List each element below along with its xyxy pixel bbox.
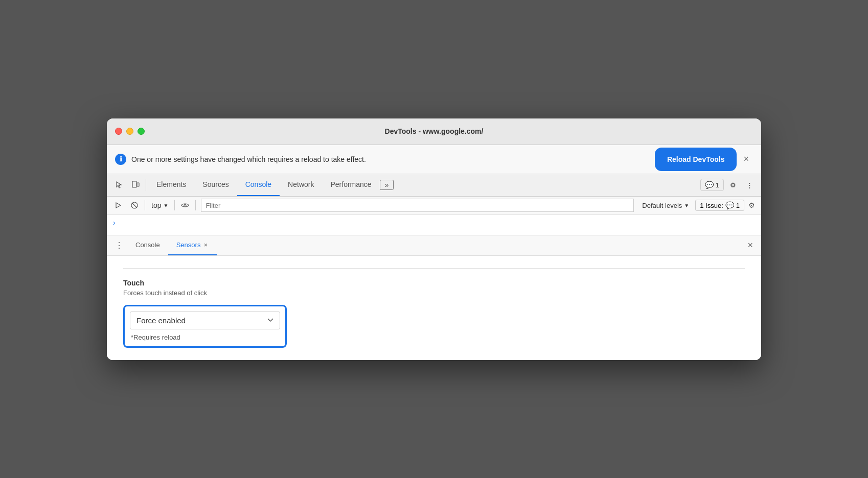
console-prompt-icon: › [113,219,116,227]
settings-icon: ⚙ [730,181,736,189]
eye-icon [181,201,189,209]
device-icon [131,181,140,189]
toolbar-divider-1 [146,179,146,191]
window-title: DevTools - www.google.com/ [385,127,484,135]
svg-line-4 [132,203,137,208]
devtools-window: DevTools - www.google.com/ ℹ One or more… [107,118,761,360]
tab-sources[interactable]: Sources [194,174,237,196]
console-settings-button[interactable]: ⚙ [746,199,757,211]
device-toolbar-button[interactable] [127,178,144,192]
clear-console-button[interactable] [127,199,142,211]
tab-console-bottom[interactable]: Console [127,235,168,255]
chevron-down-icon: ▼ [163,203,168,208]
play-icon [114,201,122,209]
console-divider-2 [174,200,175,210]
touch-section-desc: Forces touch instead of click [123,289,745,297]
notification-bar: ℹ One or more settings have changed whic… [107,145,761,174]
cursor-icon [115,181,123,189]
svg-point-5 [184,204,186,206]
bottom-panel: ⋮ Console Sensors × × Touch Forces touch… [107,235,761,360]
reload-devtools-button[interactable]: Reload DevTools [657,150,735,169]
close-bottom-panel-button[interactable]: × [743,238,757,253]
sensors-divider [123,268,745,269]
maximize-button[interactable] [138,128,145,135]
filter-input[interactable] [201,199,634,212]
tab-console[interactable]: Console [237,174,280,196]
console-log-area: › [107,215,761,235]
chevron-down-icon-levels: ▼ [684,203,689,208]
more-tabs-button[interactable]: » [380,180,394,190]
svg-marker-2 [116,203,121,208]
main-toolbar: Elements Sources Console Network Perform… [107,174,761,197]
touch-section-label: Touch [123,279,745,287]
tab-sensors[interactable]: Sensors × [168,235,217,255]
close-button[interactable] [115,128,122,135]
sensors-content: Touch Forces touch instead of click Forc… [107,256,761,360]
notification-close-button[interactable]: × [739,152,753,166]
traffic-lights [115,128,145,135]
issues-chat-icon: 💬 [725,201,734,209]
block-icon [130,201,139,209]
svg-rect-1 [137,183,139,186]
toolbar-right: 💬 1 ⚙ ⋮ [700,178,757,192]
requires-reload-text: *Requires reload [130,333,280,341]
gear-icon: ⚙ [748,201,755,209]
context-selector[interactable]: top ▼ [148,199,171,211]
svg-rect-0 [132,181,136,187]
notification-message: One or more settings have changed which … [131,155,652,163]
eye-button[interactable] [178,199,192,211]
console-divider-3 [195,200,196,210]
default-levels-button[interactable]: Default levels ▼ [638,200,693,211]
tab-elements[interactable]: Elements [148,174,194,196]
touch-dropdown-wrapper: Force enabled None Force disabled *Requi… [123,305,287,348]
info-icon: ℹ [115,154,126,165]
chat-icon: 💬 [705,181,714,189]
settings-button[interactable]: ⚙ [726,178,740,192]
title-bar: DevTools - www.google.com/ [107,118,761,145]
bottom-tabs-bar: ⋮ Console Sensors × × [107,235,761,256]
console-divider-1 [145,200,145,210]
tab-performance[interactable]: Performance [322,174,379,196]
select-element-button[interactable] [111,178,127,192]
bottom-more-button[interactable]: ⋮ [111,238,127,252]
more-icon: ⋮ [746,181,753,189]
run-script-button[interactable] [111,199,125,211]
issues-button[interactable]: 💬 1 [700,179,724,191]
minimize-button[interactable] [126,128,133,135]
issues-count-badge[interactable]: 1 Issue: 💬 1 [695,200,744,211]
more-options-button[interactable]: ⋮ [742,178,757,192]
tab-network[interactable]: Network [280,174,322,196]
touch-select[interactable]: Force enabled None Force disabled [130,312,280,329]
console-toolbar: top ▼ Default levels ▼ 1 Issue: 💬 1 ⚙ [107,197,761,215]
sensors-tab-close-button[interactable]: × [202,241,209,249]
